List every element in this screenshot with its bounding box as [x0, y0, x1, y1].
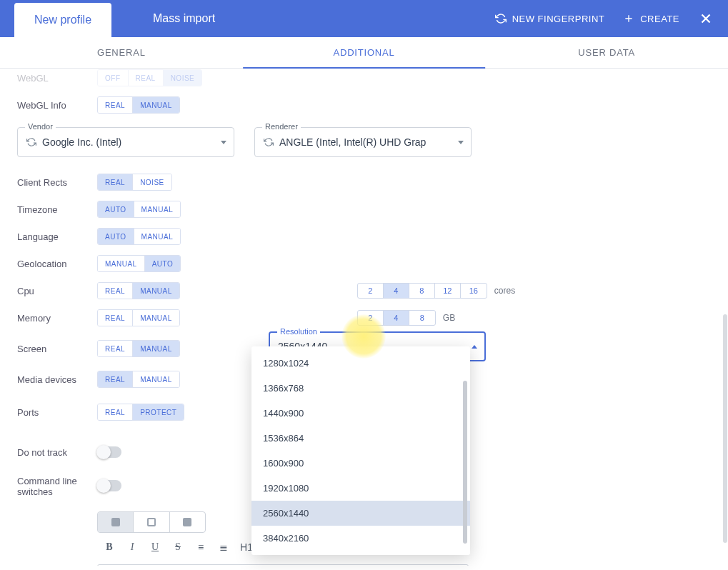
webgl-info-label: WebGL Info [17, 100, 97, 111]
geolocation-toggle[interactable]: MANUAL AUTO [97, 255, 181, 272]
resolution-option[interactable]: 1440x900 [251, 401, 470, 426]
renderer-select-label: Renderer [262, 122, 301, 131]
close-icon[interactable] [698, 11, 714, 26]
resolution-option[interactable]: 1366x768 [251, 376, 470, 401]
geolocation-label: Geolocation [17, 259, 97, 269]
refresh-icon [264, 137, 274, 147]
resolution-option[interactable]: 1920x1080 [251, 476, 470, 501]
memory-unit: GB [443, 313, 455, 323]
vendor-select-label: Vendor [25, 122, 56, 131]
number-list-icon[interactable]: ≣ [217, 541, 230, 553]
underline-button[interactable]: U [149, 541, 161, 553]
resolution-option[interactable]: 1280x1024 [251, 351, 470, 376]
client-rects-toggle[interactable]: REAL NOISE [97, 174, 172, 191]
cmdline-switch[interactable] [97, 480, 121, 491]
webgl-toggle[interactable]: OFF REAL NOISE [97, 69, 202, 86]
vendor-value: Google Inc. (Intel) [42, 136, 121, 148]
topbar: New profile Mass import NEW FINGERPRINT … [0, 0, 728, 37]
vendor-select[interactable]: Vendor Google Inc. (Intel) [17, 127, 234, 157]
resolution-select-label: Resolution [277, 327, 320, 336]
strike-button[interactable]: S [171, 541, 184, 553]
create-button[interactable]: CREATE [623, 13, 679, 24]
italic-button[interactable]: I [126, 541, 139, 553]
chevron-down-icon [458, 141, 464, 144]
language-label: Language [17, 231, 97, 242]
webgl-info-toggle[interactable]: REAL MANUAL [97, 96, 180, 114]
cpu-toggle[interactable]: REAL MANUAL [97, 282, 180, 299]
cmdline-label: Command line switches [17, 476, 97, 497]
dnt-label: Do not track [17, 447, 97, 458]
memory-toggle[interactable]: REAL MANUAL [97, 309, 180, 326]
cpu-cores-group[interactable]: 2 4 8 12 16 [357, 283, 487, 299]
refresh-icon [495, 13, 507, 24]
screen-toggle[interactable]: REAL MANUAL [97, 340, 180, 357]
media-devices-label: Media devices [17, 374, 97, 385]
renderer-value: ANGLE (Intel, Intel(R) UHD Grap [279, 136, 426, 148]
ports-toggle[interactable]: REAL PROTECT [97, 404, 184, 421]
timezone-toggle[interactable]: AUTO MANUAL [97, 201, 181, 218]
page-scrollbar[interactable] [723, 314, 727, 543]
plus-icon [623, 13, 634, 24]
resolution-option[interactable]: 1600x900 [251, 451, 470, 476]
editor-view-tabs[interactable] [97, 511, 206, 533]
media-devices-toggle[interactable]: REAL MANUAL [97, 371, 180, 388]
tab-additional[interactable]: ADDITIONAL [243, 37, 486, 68]
chevron-up-icon [472, 345, 477, 349]
resolution-option[interactable]: 3840x2160 [251, 526, 470, 551]
memory-label: Memory [17, 313, 97, 324]
ports-label: Ports [17, 407, 97, 418]
language-toggle[interactable]: AUTO MANUAL [97, 228, 181, 245]
client-rects-label: Client Rects [17, 177, 97, 188]
new-fingerprint-button[interactable]: NEW FINGERPRINT [495, 13, 605, 24]
tab-general[interactable]: GENERAL [0, 37, 243, 68]
webgl-label: WebGL [17, 73, 97, 84]
refresh-icon [26, 137, 36, 147]
tab-user-data[interactable]: USER DATA [485, 37, 728, 68]
cpu-label: Cpu [17, 286, 97, 296]
timezone-label: Timezone [17, 204, 97, 215]
chevron-down-icon [221, 141, 226, 144]
tab-new-profile[interactable]: New profile [14, 3, 111, 37]
notes-input[interactable] [97, 564, 469, 566]
screen-label: Screen [17, 344, 97, 354]
bullet-list-icon[interactable]: ≡ [194, 541, 207, 553]
tab-mass-import[interactable]: Mass import [133, 2, 235, 35]
renderer-select[interactable]: Renderer ANGLE (Intel, Intel(R) UHD Grap [254, 127, 472, 157]
cpu-unit: cores [494, 286, 515, 296]
bold-button[interactable]: B [103, 541, 116, 553]
resolution-option[interactable]: 1536x864 [251, 426, 470, 451]
dropdown-scrollbar[interactable] [463, 381, 467, 544]
memory-gb-group[interactable]: 2 4 8 [357, 310, 436, 326]
resolution-option[interactable]: 2560x1440 [251, 501, 470, 526]
resolution-dropdown[interactable]: 1280x1024 1366x768 1440x900 1536x864 160… [251, 346, 470, 555]
dnt-switch[interactable] [97, 446, 121, 458]
